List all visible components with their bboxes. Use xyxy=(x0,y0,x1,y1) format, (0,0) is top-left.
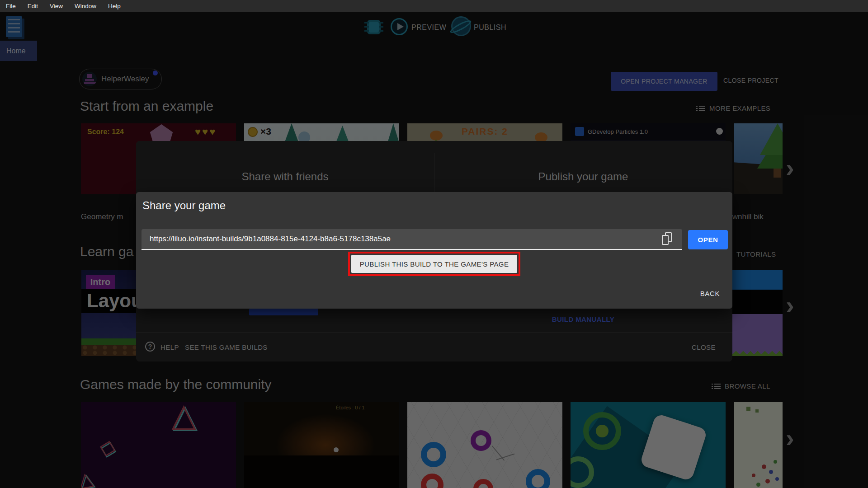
open-link-button[interactable]: OPEN xyxy=(688,230,728,249)
menu-view[interactable]: View xyxy=(44,0,69,12)
menu-file[interactable]: File xyxy=(0,0,22,12)
menu-help[interactable]: Help xyxy=(102,0,127,12)
menubar: File Edit View Window Help xyxy=(0,0,868,12)
share-your-game-card: Share your game OPEN PUBLISH THIS BUILD … xyxy=(136,192,732,309)
annotation-highlight: PUBLISH THIS BUILD TO THE GAME'S PAGE xyxy=(348,252,520,276)
gdevelop-window: File Edit View Window Help PREVIEW PUBLI… xyxy=(0,0,868,488)
copy-icon[interactable] xyxy=(661,232,673,247)
share-url-field xyxy=(142,229,682,250)
share-url-input[interactable] xyxy=(142,229,660,249)
publish-build-button[interactable]: PUBLISH THIS BUILD TO THE GAME'S PAGE xyxy=(351,255,517,273)
back-button[interactable]: BACK xyxy=(693,290,720,297)
menu-window[interactable]: Window xyxy=(69,0,102,12)
card-title: Share your game xyxy=(142,199,226,212)
menu-edit[interactable]: Edit xyxy=(22,0,44,12)
